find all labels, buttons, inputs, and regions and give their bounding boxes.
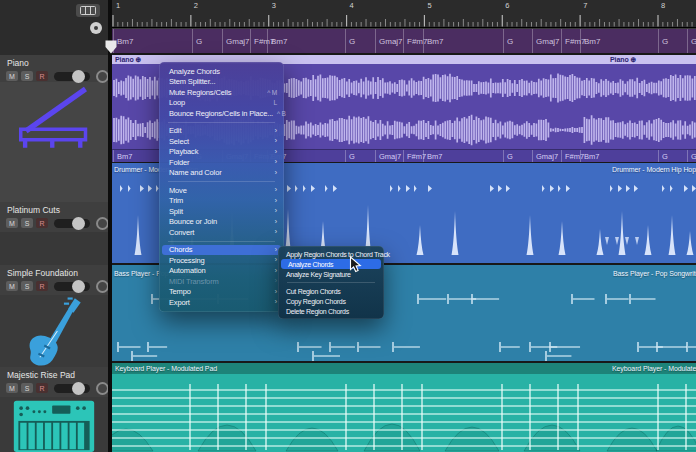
mute-button[interactable]: M (6, 71, 18, 81)
ruler-bar-number: 6 (505, 1, 509, 10)
grand-piano-icon (12, 84, 96, 150)
record-enable-button[interactable]: R (36, 383, 48, 393)
bass-guitar-icon (18, 296, 88, 366)
menu-item-label: Bounce or Join (169, 217, 217, 226)
context-menu-item-tempo[interactable]: Tempo› (159, 287, 284, 298)
menu-item-label: Analyze Chords (169, 67, 220, 76)
mute-button[interactable]: M (6, 218, 18, 228)
track-name: Piano (7, 58, 29, 68)
context-menu-item-convert[interactable]: Convert› (159, 227, 284, 238)
volume-slider[interactable] (54, 384, 90, 393)
chord-label: Bm7 (580, 29, 600, 53)
context-menu-item-bounce-or-join[interactable]: Bounce or Join› (159, 217, 284, 228)
menu-item-label: Name and Color (169, 168, 222, 177)
chord-label: G (345, 29, 355, 53)
volume-slider[interactable] (54, 72, 90, 81)
chord-label: G (658, 150, 668, 162)
chords-submenu-item-copy-region-chords[interactable]: Copy Region Chords (278, 296, 384, 306)
chord-label: Bm7 (580, 150, 599, 162)
track-header-sidebar: Piano M S R Platinum Cuts M S R (0, 0, 108, 452)
solo-button[interactable]: S (21, 383, 33, 393)
chords-submenu-item-analyze-key-signature[interactable]: Analyze Key Signature (278, 269, 384, 279)
bar-ruler[interactable]: 12345678 (112, 0, 696, 28)
menu-item-label: Stem Splitter... (169, 77, 215, 86)
submenu-chevron-icon: › (274, 267, 277, 275)
submenu-chevron-icon: › (274, 186, 277, 194)
keyboard-region[interactable]: Keyboard Player - Modulated Pad Keyboard… (112, 363, 696, 452)
menu-item-label: Tempo (169, 287, 191, 296)
context-menu-item-stem-splitter[interactable]: Stem Splitter... (159, 77, 284, 88)
chords-submenu-item-delete-region-chords[interactable]: Delete Region Chords (278, 306, 384, 316)
context-menu-item-name-and-color[interactable]: Name and Color› (159, 168, 284, 179)
context-menu-item-playback[interactable]: Playback› (159, 147, 284, 158)
track-header-simple-foundation[interactable]: Simple Foundation M S R (0, 265, 108, 368)
context-menu-item-automation[interactable]: Automation› (159, 266, 284, 277)
chords-submenu-item-cut-region-chords[interactable]: Cut Region Chords (278, 286, 384, 296)
context-menu-item-mute-regions-cells[interactable]: Mute Regions/Cells^ M (159, 87, 284, 98)
submenu-chevron-icon: › (274, 246, 277, 254)
context-menu-item-processing[interactable]: Processing› (159, 255, 284, 266)
context-menu-item-split[interactable]: Split› (159, 206, 284, 217)
track-name: Majestic Rise Pad (7, 370, 75, 380)
piano-keys-icon (80, 6, 96, 15)
record-enable-button[interactable]: R (36, 218, 48, 228)
context-menu-item-export[interactable]: Export› (159, 297, 284, 308)
volume-slider[interactable] (54, 282, 90, 291)
context-menu-item-loop[interactable]: LoopL (159, 98, 284, 109)
context-menu-item-bounce-regions-cells-in-place[interactable]: Bounce Regions/Cells in Place...^ B (159, 108, 284, 119)
submenu-chevron-icon: › (274, 256, 277, 264)
volume-slider[interactable] (54, 219, 90, 228)
ruler-bar-number: 8 (661, 1, 665, 10)
menu-separator (168, 122, 275, 123)
menu-item-label: Cut Region Chords (286, 288, 340, 295)
menu-item-label: Select (169, 137, 189, 146)
playhead-marker[interactable] (105, 40, 117, 58)
submenu-chevron-icon: › (274, 228, 277, 236)
daw-arrange-window: Piano M S R Platinum Cuts M S R (0, 0, 696, 452)
submenu-chevron-icon: › (274, 158, 277, 166)
region-label: Piano ⊕ (610, 55, 636, 64)
chord-label: G (503, 29, 513, 53)
chord-label: Gmaj7 (532, 150, 558, 162)
context-menu-item-edit[interactable]: Edit› (159, 126, 284, 137)
context-menu-item-folder[interactable]: Folder› (159, 157, 284, 168)
submenu-chevron-icon: › (274, 277, 277, 285)
chords-submenu-item-apply-region-chords-to-chord-track[interactable]: Apply Region Chords to Chord Track (278, 249, 384, 259)
solo-button[interactable]: S (21, 71, 33, 81)
solo-button[interactable]: S (21, 281, 33, 291)
context-menu-item-trim[interactable]: Trim› (159, 196, 284, 207)
track-header-majestic-rise-pad[interactable]: Majestic Rise Pad M S R (0, 367, 108, 452)
mute-button[interactable]: M (6, 281, 18, 291)
ruler-bar-number: 7 (583, 1, 587, 10)
chord-label: Bm7 (113, 150, 132, 162)
chord-label: Gmaj7 (375, 29, 403, 53)
mute-button[interactable]: M (6, 383, 18, 393)
chord-track[interactable]: Bm7GGmaj7F#m7Bm7GGmaj7F#m7Bm7GGmaj7F#m7B… (112, 28, 696, 53)
submenu-chevron-icon: › (274, 197, 277, 205)
solo-button[interactable]: S (21, 218, 33, 228)
track-zoom-button[interactable] (90, 22, 102, 34)
menu-shortcut: ^ M (267, 89, 277, 96)
context-menu-item-move[interactable]: Move› (159, 185, 284, 196)
menu-item-label: Loop (169, 98, 185, 107)
menu-item-label: Export (169, 298, 190, 307)
chords-submenu-item-analyze-chords[interactable]: Analyze Chords (281, 259, 381, 269)
context-menu-item-analyze-chords[interactable]: Analyze Chords (159, 66, 284, 77)
chord-label: G (192, 29, 202, 53)
record-enable-button[interactable]: R (36, 71, 48, 81)
menu-item-label: MIDI Transform (169, 277, 219, 286)
region-context-menu: Analyze ChordsStem Splitter...Mute Regio… (159, 62, 284, 312)
record-enable-button[interactable]: R (36, 281, 48, 291)
track-header-platinum-cuts[interactable]: Platinum Cuts M S R (0, 202, 108, 266)
menu-item-label: Mute Regions/Cells (169, 88, 231, 97)
context-menu-item-chords[interactable]: Chords› (162, 245, 281, 256)
chord-label: Bm7 (423, 150, 442, 162)
musical-typing-button[interactable] (76, 4, 100, 17)
track-header-piano[interactable]: Piano M S R (0, 55, 108, 203)
ruler-ticks (112, 0, 696, 27)
menu-item-label: Trim (169, 196, 183, 205)
menu-item-label: Chords (169, 245, 192, 254)
chord-label: G (345, 150, 355, 162)
chord-label: Bm7 (267, 29, 287, 53)
context-menu-item-select[interactable]: Select› (159, 136, 284, 147)
